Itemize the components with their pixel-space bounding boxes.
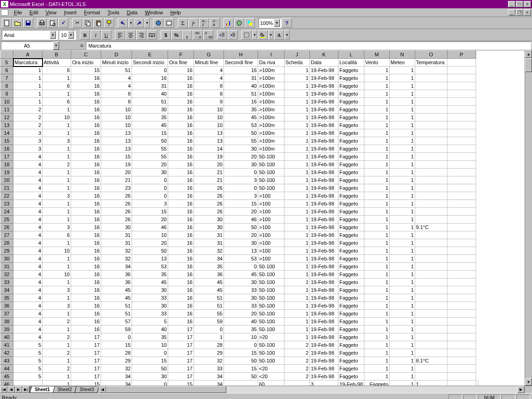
cell-H22[interactable]: 3	[224, 192, 258, 200]
cell-A38[interactable]: 4	[13, 318, 42, 326]
cell-E17[interactable]: 55	[132, 153, 168, 161]
cell-P27[interactable]	[447, 231, 476, 239]
cell-D12[interactable]: 10	[101, 114, 132, 121]
cell-K22[interactable]: 19-Feb-98	[310, 192, 339, 200]
cell-J30[interactable]: 1	[284, 255, 310, 263]
cell-L38[interactable]: Faggeto	[339, 318, 364, 326]
cell-I31[interactable]: 50-100	[258, 263, 284, 271]
cell-B19[interactable]: 1	[42, 169, 71, 176]
cell-K18[interactable]: 19-Feb-98	[310, 161, 339, 169]
cell-G38[interactable]: 59	[194, 318, 224, 326]
cell-P40[interactable]	[447, 333, 476, 341]
cell-F39[interactable]: 17	[168, 326, 194, 333]
cell-E32[interactable]: 35	[132, 271, 168, 278]
cell-O34[interactable]	[415, 286, 447, 294]
cell-D24[interactable]: 26	[101, 208, 132, 216]
cell-E34[interactable]: 30	[132, 286, 168, 294]
cell-K27[interactable]: 19-Feb-98	[310, 231, 339, 239]
cell-F38[interactable]: 16	[168, 318, 194, 326]
select-all-corner[interactable]	[0, 51, 13, 59]
cell-N16[interactable]: 1	[389, 145, 415, 153]
cell-O41[interactable]	[415, 341, 447, 349]
cell-C19[interactable]: 16	[71, 169, 101, 176]
cell-O7[interactable]	[415, 74, 447, 82]
cell-L15[interactable]: Faggeto	[339, 137, 364, 145]
cell-I39[interactable]: 50-100	[258, 326, 284, 333]
cell-J7[interactable]: 1	[284, 74, 310, 82]
cell-K32[interactable]: 19-Feb-98	[310, 271, 339, 278]
cell-A25[interactable]: 4	[13, 216, 42, 224]
cell-M39[interactable]: 1	[364, 326, 389, 333]
cell-B16[interactable]: 1	[42, 145, 71, 153]
cell-J42[interactable]: 2	[284, 349, 310, 357]
cell-K6[interactable]: 19-Feb-98	[310, 66, 339, 74]
cell-P21[interactable]	[447, 184, 476, 192]
cell-I28[interactable]: >100	[258, 239, 284, 247]
cell-C18[interactable]: 16	[71, 161, 101, 169]
cell-A12[interactable]: 2	[13, 114, 42, 121]
cell-H45[interactable]: 50	[224, 373, 258, 381]
cell-E21[interactable]: 0	[132, 184, 168, 192]
cell-A31[interactable]: 4	[13, 263, 42, 271]
cell-D43[interactable]: 29	[101, 357, 132, 365]
cell-G18[interactable]: 20	[194, 161, 224, 169]
row-header-10[interactable]: 10	[0, 98, 13, 106]
cell-O28[interactable]	[415, 239, 447, 247]
cell-E6[interactable]: 0	[132, 66, 168, 74]
cell-J35[interactable]: 1	[284, 294, 310, 302]
cell-M41[interactable]: 1	[364, 341, 389, 349]
col-header-B[interactable]: B	[42, 51, 71, 59]
cell-N26[interactable]: 1	[389, 224, 415, 231]
cell-K46[interactable]: 3	[310, 381, 339, 386]
cell-A30[interactable]: 4	[13, 255, 42, 263]
cell-E43[interactable]: 15	[132, 357, 168, 365]
cell-K37[interactable]: 19-Feb-98	[310, 310, 339, 318]
cell-O46[interactable]: 1	[415, 381, 447, 386]
cell-M17[interactable]: 1	[364, 153, 389, 161]
cell-H21[interactable]: 0	[224, 184, 258, 192]
cell-J33[interactable]: 1	[284, 278, 310, 286]
cell-I36[interactable]: 50-100	[258, 302, 284, 310]
cell-D29[interactable]: 32	[101, 247, 132, 255]
cell-J13[interactable]: 1	[284, 121, 310, 129]
cell-M23[interactable]: 1	[364, 200, 389, 208]
cell-N19[interactable]: 1	[389, 169, 415, 176]
cell-E29[interactable]: 50	[132, 247, 168, 255]
cell-C40[interactable]: 17	[71, 333, 101, 341]
cell-I21[interactable]: 50-100	[258, 184, 284, 192]
cell-A43[interactable]: 5	[13, 357, 42, 365]
cell-C21[interactable]: 16	[71, 184, 101, 192]
cell-K26[interactable]: 19-Feb-98	[310, 224, 339, 231]
cell-N41[interactable]: 1	[389, 341, 415, 349]
cell-P14[interactable]	[447, 129, 476, 137]
name-box[interactable]: A5	[1, 42, 53, 50]
cell-J37[interactable]: 1	[284, 310, 310, 318]
cell-C8[interactable]: 16	[71, 82, 101, 90]
cell-F34[interactable]: 16	[168, 286, 194, 294]
cell-J12[interactable]: 1	[284, 114, 310, 121]
cell-L42[interactable]: Faggeto	[339, 349, 364, 357]
col-header-E[interactable]: E	[132, 51, 168, 59]
cell-I19[interactable]: 50-100	[258, 169, 284, 176]
cell-I20[interactable]: 50-100	[258, 176, 284, 184]
row-header-40[interactable]: 40	[0, 333, 13, 341]
cell-D37[interactable]: 51	[101, 310, 132, 318]
cell-F19[interactable]: 16	[168, 169, 194, 176]
cell-J14[interactable]: 1	[284, 129, 310, 137]
cell-L13[interactable]: Faggeto	[339, 121, 364, 129]
cell-N40[interactable]: 1	[389, 333, 415, 341]
spelling-button[interactable]: ✓	[58, 18, 68, 28]
cell-M40[interactable]: 1	[364, 333, 389, 341]
cell-J36[interactable]: 1	[284, 302, 310, 310]
cell-P25[interactable]	[447, 216, 476, 224]
cell-D25[interactable]: 26	[101, 216, 132, 224]
cell-H11[interactable]: 35	[224, 106, 258, 114]
cell-M31[interactable]: 1	[364, 263, 389, 271]
cell-N10[interactable]: 1	[389, 98, 415, 106]
row-header-13[interactable]: 13	[0, 121, 13, 129]
cell-O23[interactable]	[415, 200, 447, 208]
cell-D10[interactable]: 8	[101, 98, 132, 106]
cell-L31[interactable]: Faggeto	[339, 263, 364, 271]
cell-I24[interactable]: >100	[258, 208, 284, 216]
cell-E9[interactable]: 40	[132, 90, 168, 98]
